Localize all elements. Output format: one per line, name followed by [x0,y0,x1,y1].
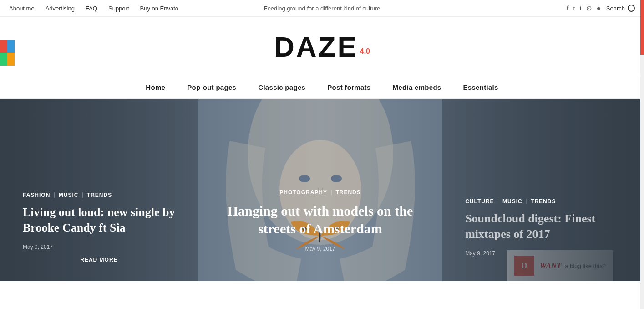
facebook-icon[interactable]: f [566,5,568,12]
panel-divider-left [198,99,198,281]
tagline: Feeding ground for a different kind of c… [264,5,380,12]
search-icon[interactable] [628,5,635,12]
right-category-tags: Culture | Music | Trends [465,198,618,205]
logo-version: 4.0 [360,47,370,55]
tag-trends-right[interactable]: Trends [531,198,556,205]
nav-home[interactable]: Home [146,83,165,91]
hero-slide-right: Culture | Music | Trends Soundcloud dige… [442,99,640,281]
social-icons: f t i ⊙ ● [566,4,600,12]
about-me-link[interactable]: About me [9,5,35,12]
left-hero-title: Living out loud: new single by Brooke Ca… [23,205,175,236]
hero-slide-left: Fashion | Music | Trends Living out loud… [0,99,198,281]
color-block-orange [7,53,15,66]
support-link[interactable]: Support [108,5,129,12]
hero-slider: Fashion | Music | Trends Living out loud… [0,99,640,281]
scrollbar[interactable] [640,0,644,281]
panel-divider-right [442,99,442,281]
tag-music-left[interactable]: Music [59,192,79,198]
color-block-green [0,53,7,66]
left-category-tags: Fashion | Music | Trends [23,191,175,198]
nav-classic[interactable]: Classic pages [258,83,305,91]
dribbble-icon[interactable]: ⊙ [586,4,592,12]
right-hero-title: Soundcloud digest: Finest mixtapes of 20… [465,211,618,242]
buy-envato-link[interactable]: Buy on Envato [140,5,179,12]
twitter-icon[interactable]: t [573,5,575,12]
color-block-red [0,40,7,53]
search-label: Search [606,5,625,12]
logo-text: DAZE [274,31,358,62]
hero-slide-center: Photography | Trends Hanging out with mo… [198,99,442,281]
instagram-icon[interactable]: i [580,5,582,12]
center-hero-date: May 9, 2017 [221,246,419,252]
left-hero-date: May 9, 2017 [23,244,175,250]
color-blocks [0,40,15,66]
color-block-blue [7,40,15,53]
main-nav: Home Pop-out pages Classic pages Post fo… [0,76,644,99]
nav-media[interactable]: Media embeds [393,83,441,91]
tag-trends-left[interactable]: Trends [87,192,112,198]
circle-icon[interactable]: ● [597,5,601,12]
center-hero-title: Hanging out with models on the streets o… [221,202,419,237]
tag-culture[interactable]: Culture [465,198,494,205]
top-nav-links: About me Advertising FAQ Support Buy on … [9,5,178,12]
scrollbar-thumb[interactable] [640,0,644,55]
top-bar-right: f t i ⊙ ● Search [566,4,635,12]
nav-post-formats[interactable]: Post formats [327,83,370,91]
tag-photography[interactable]: Photography [279,189,327,196]
faq-link[interactable]: FAQ [86,5,97,12]
read-more-button[interactable]: Read more [23,257,175,263]
center-category-tags: Photography | Trends [221,189,419,196]
right-hero-date: May 9, 2017 [465,250,618,257]
logo-area: DAZE4.0 [0,17,644,76]
top-bar: About me Advertising FAQ Support Buy on … [0,0,644,17]
tag-music-right[interactable]: Music [502,198,522,205]
logo[interactable]: DAZE4.0 [274,31,370,63]
tag-fashion[interactable]: Fashion [23,192,50,198]
advertising-link[interactable]: Advertising [46,5,75,12]
nav-popout[interactable]: Pop-out pages [187,83,236,91]
nav-essentials[interactable]: Essentials [463,83,498,91]
tag-trends-center[interactable]: Trends [335,189,360,196]
search-area[interactable]: Search [606,5,635,12]
